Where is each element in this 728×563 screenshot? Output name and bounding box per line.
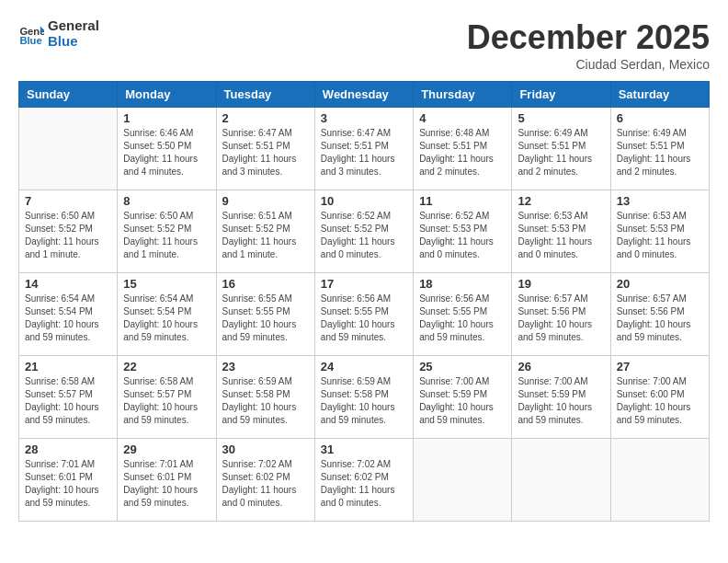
calendar-cell: 5Sunrise: 6:49 AM Sunset: 5:51 PM Daylig… [512, 108, 610, 190]
day-info: Sunrise: 6:48 AM Sunset: 5:51 PM Dayligh… [419, 127, 506, 178]
calendar-cell [19, 108, 118, 190]
day-info: Sunrise: 6:52 AM Sunset: 5:53 PM Dayligh… [419, 210, 506, 261]
svg-text:Blue: Blue [19, 35, 41, 46]
day-info: Sunrise: 6:59 AM Sunset: 5:58 PM Dayligh… [321, 375, 407, 427]
day-info: Sunrise: 7:00 AM Sunset: 5:59 PM Dayligh… [419, 375, 506, 427]
day-number: 26 [518, 360, 604, 373]
calendar-cell: 13Sunrise: 6:53 AM Sunset: 5:53 PM Dayli… [610, 190, 709, 273]
day-info: Sunrise: 7:00 AM Sunset: 6:00 PM Dayligh… [617, 375, 703, 427]
day-number: 25 [419, 360, 506, 373]
calendar-cell: 10Sunrise: 6:52 AM Sunset: 5:52 PM Dayli… [314, 190, 413, 273]
day-number: 1 [123, 111, 210, 125]
weekday-header-sunday: Sunday [19, 82, 118, 108]
weekday-header-thursday: Thursday [414, 82, 512, 108]
calendar-cell [610, 439, 709, 522]
calendar-cell: 2Sunrise: 6:47 AM Sunset: 5:51 PM Daylig… [216, 108, 314, 190]
calendar-cell: 31Sunrise: 7:02 AM Sunset: 6:02 PM Dayli… [314, 439, 413, 522]
day-number: 3 [321, 111, 407, 125]
calendar-cell: 20Sunrise: 6:57 AM Sunset: 5:56 PM Dayli… [610, 273, 709, 356]
day-info: Sunrise: 7:01 AM Sunset: 6:01 PM Dayligh… [25, 458, 111, 510]
day-info: Sunrise: 7:01 AM Sunset: 6:01 PM Dayligh… [123, 458, 210, 510]
day-info: Sunrise: 6:53 AM Sunset: 5:53 PM Dayligh… [518, 210, 604, 261]
calendar-cell: 29Sunrise: 7:01 AM Sunset: 6:01 PM Dayli… [118, 439, 216, 522]
day-info: Sunrise: 6:58 AM Sunset: 5:57 PM Dayligh… [123, 375, 210, 427]
day-number: 5 [518, 111, 604, 125]
day-info: Sunrise: 6:47 AM Sunset: 5:51 PM Dayligh… [222, 127, 309, 178]
calendar-cell: 25Sunrise: 7:00 AM Sunset: 5:59 PM Dayli… [414, 356, 512, 439]
calendar-cell: 9Sunrise: 6:51 AM Sunset: 5:52 PM Daylig… [216, 190, 314, 273]
day-number: 13 [617, 194, 703, 208]
day-number: 22 [123, 360, 210, 373]
day-number: 20 [617, 277, 703, 291]
calendar-cell: 17Sunrise: 6:56 AM Sunset: 5:55 PM Dayli… [314, 273, 413, 356]
day-number: 10 [321, 194, 407, 208]
day-info: Sunrise: 6:46 AM Sunset: 5:50 PM Dayligh… [123, 127, 210, 178]
day-info: Sunrise: 6:50 AM Sunset: 5:52 PM Dayligh… [123, 210, 210, 261]
calendar-cell: 23Sunrise: 6:59 AM Sunset: 5:58 PM Dayli… [216, 356, 314, 439]
calendar-cell: 3Sunrise: 6:47 AM Sunset: 5:51 PM Daylig… [314, 108, 413, 190]
calendar-cell: 21Sunrise: 6:58 AM Sunset: 5:57 PM Dayli… [19, 356, 118, 439]
day-number: 29 [123, 442, 210, 456]
day-number: 7 [25, 194, 111, 208]
day-number: 12 [518, 194, 604, 208]
calendar-cell: 12Sunrise: 6:53 AM Sunset: 5:53 PM Dayli… [512, 190, 610, 273]
day-info: Sunrise: 6:54 AM Sunset: 5:54 PM Dayligh… [123, 293, 210, 344]
calendar-cell: 28Sunrise: 7:01 AM Sunset: 6:01 PM Dayli… [19, 439, 118, 522]
day-info: Sunrise: 6:57 AM Sunset: 5:56 PM Dayligh… [518, 293, 604, 344]
logo-blue: Blue [48, 34, 99, 50]
calendar-header-row: SundayMondayTuesdayWednesdayThursdayFrid… [19, 82, 710, 108]
month-title: December 2025 [467, 18, 710, 57]
day-number: 30 [222, 442, 309, 456]
calendar-cell: 11Sunrise: 6:52 AM Sunset: 5:53 PM Dayli… [414, 190, 512, 273]
day-info: Sunrise: 6:49 AM Sunset: 5:51 PM Dayligh… [617, 127, 703, 178]
calendar-week-1: 1Sunrise: 6:46 AM Sunset: 5:50 PM Daylig… [19, 108, 710, 190]
weekday-header-friday: Friday [512, 82, 610, 108]
calendar-cell: 14Sunrise: 6:54 AM Sunset: 5:54 PM Dayli… [19, 273, 118, 356]
day-info: Sunrise: 6:57 AM Sunset: 5:56 PM Dayligh… [617, 293, 703, 344]
weekday-header-saturday: Saturday [610, 82, 709, 108]
calendar-cell [414, 439, 512, 522]
calendar-table: SundayMondayTuesdayWednesdayThursdayFrid… [18, 81, 710, 522]
day-info: Sunrise: 6:51 AM Sunset: 5:52 PM Dayligh… [222, 210, 309, 261]
logo: General Blue General Blue [18, 18, 99, 49]
calendar-cell: 15Sunrise: 6:54 AM Sunset: 5:54 PM Dayli… [118, 273, 216, 356]
calendar-cell: 7Sunrise: 6:50 AM Sunset: 5:52 PM Daylig… [19, 190, 118, 273]
calendar-week-5: 28Sunrise: 7:01 AM Sunset: 6:01 PM Dayli… [19, 439, 710, 522]
day-info: Sunrise: 6:56 AM Sunset: 5:55 PM Dayligh… [419, 293, 506, 344]
day-info: Sunrise: 7:00 AM Sunset: 5:59 PM Dayligh… [518, 375, 604, 427]
weekday-header-tuesday: Tuesday [216, 82, 314, 108]
day-number: 24 [321, 360, 407, 373]
calendar-week-4: 21Sunrise: 6:58 AM Sunset: 5:57 PM Dayli… [19, 356, 710, 439]
day-info: Sunrise: 7:02 AM Sunset: 6:02 PM Dayligh… [321, 458, 407, 510]
day-info: Sunrise: 6:52 AM Sunset: 5:52 PM Dayligh… [321, 210, 407, 261]
day-number: 21 [25, 360, 111, 373]
day-info: Sunrise: 6:50 AM Sunset: 5:52 PM Dayligh… [25, 210, 111, 261]
calendar-cell: 26Sunrise: 7:00 AM Sunset: 5:59 PM Dayli… [512, 356, 610, 439]
weekday-header-wednesday: Wednesday [314, 82, 413, 108]
day-number: 28 [25, 442, 111, 456]
day-info: Sunrise: 7:02 AM Sunset: 6:02 PM Dayligh… [222, 458, 309, 510]
day-number: 17 [321, 277, 407, 291]
day-number: 2 [222, 111, 309, 125]
day-number: 15 [123, 277, 210, 291]
calendar-week-3: 14Sunrise: 6:54 AM Sunset: 5:54 PM Dayli… [19, 273, 710, 356]
page-header: General Blue General Blue December 2025 … [18, 18, 710, 72]
calendar-cell: 16Sunrise: 6:55 AM Sunset: 5:55 PM Dayli… [216, 273, 314, 356]
day-number: 19 [518, 277, 604, 291]
weekday-header-monday: Monday [118, 82, 216, 108]
title-area: December 2025 Ciudad Serdan, Mexico [467, 18, 710, 72]
calendar-cell: 27Sunrise: 7:00 AM Sunset: 6:00 PM Dayli… [610, 356, 709, 439]
day-number: 31 [321, 442, 407, 456]
logo-general: General [48, 18, 99, 34]
calendar-cell: 1Sunrise: 6:46 AM Sunset: 5:50 PM Daylig… [118, 108, 216, 190]
calendar-cell: 8Sunrise: 6:50 AM Sunset: 5:52 PM Daylig… [118, 190, 216, 273]
calendar-cell: 22Sunrise: 6:58 AM Sunset: 5:57 PM Dayli… [118, 356, 216, 439]
day-info: Sunrise: 6:59 AM Sunset: 5:58 PM Dayligh… [222, 375, 309, 427]
day-info: Sunrise: 6:53 AM Sunset: 5:53 PM Dayligh… [617, 210, 703, 261]
day-number: 8 [123, 194, 210, 208]
day-info: Sunrise: 6:54 AM Sunset: 5:54 PM Dayligh… [25, 293, 111, 344]
day-number: 6 [617, 111, 703, 125]
day-info: Sunrise: 6:56 AM Sunset: 5:55 PM Dayligh… [321, 293, 407, 344]
calendar-cell: 30Sunrise: 7:02 AM Sunset: 6:02 PM Dayli… [216, 439, 314, 522]
calendar-cell: 6Sunrise: 6:49 AM Sunset: 5:51 PM Daylig… [610, 108, 709, 190]
